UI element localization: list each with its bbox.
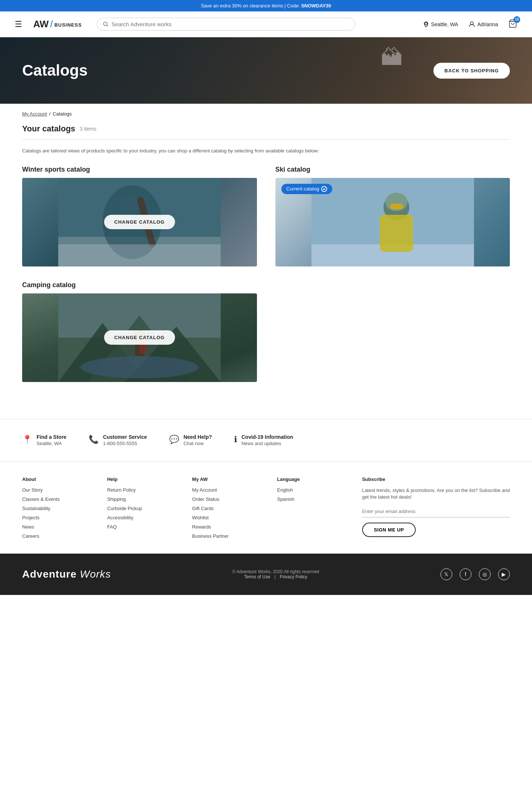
- section-header: Your catalogs 3 items: [22, 124, 510, 134]
- footer-myaw-list: My Account Order Status Gift Cards Wishl…: [192, 487, 266, 539]
- footer-link-gift-cards[interactable]: Gift Cards: [192, 506, 266, 511]
- footer-link-return-policy[interactable]: Return Policy: [107, 487, 181, 493]
- catalog-ski-card[interactable]: Current catalog: [275, 178, 510, 266]
- footer-link-my-account[interactable]: My Account: [192, 487, 266, 493]
- youtube-icon[interactable]: ▶: [498, 568, 510, 580]
- header-right: Seattle, WA Adrianna 10: [423, 19, 517, 30]
- catalog-item-camping: Camping catalog: [22, 281, 257, 382]
- facebook-icon[interactable]: f: [460, 568, 471, 580]
- footer-language-list: English Spanish: [277, 487, 351, 502]
- footer-col-myaw: My AW My Account Order Status Gift Cards…: [192, 476, 266, 543]
- subscribe-description: Latest trends, styles & promotions. Are …: [362, 487, 510, 500]
- cart-button[interactable]: 10: [508, 19, 517, 30]
- footer-find-store[interactable]: 📍 Find a Store Seattle, WA: [22, 434, 66, 447]
- logo[interactable]: AW/BUSINESS: [33, 18, 82, 30]
- footer-links: About Our Story Classes & Events Sustain…: [0, 461, 532, 554]
- change-catalog-camping-button[interactable]: CHANGE CATALOG: [104, 330, 175, 345]
- logo-aw: AW: [33, 18, 49, 30]
- footer-link-curbside[interactable]: Curbside Pickup: [107, 506, 181, 511]
- search-bar[interactable]: [97, 18, 355, 31]
- svg-rect-15: [380, 215, 413, 252]
- logo-business: BUSINESS: [54, 22, 82, 28]
- footer-about-heading: About: [22, 476, 96, 482]
- location-icon: [423, 21, 429, 27]
- footer-help-heading: Help: [107, 476, 181, 482]
- user-icon: [468, 21, 475, 28]
- sign-me-up-button[interactable]: SIGN ME UP: [362, 523, 416, 537]
- phone-icon: 📞: [89, 435, 99, 444]
- email-input[interactable]: [362, 506, 510, 517]
- footer-col-about: About Our Story Classes & Events Sustain…: [22, 476, 96, 543]
- hero-decoration: 🏔: [381, 45, 403, 70]
- customer-service-title: Customer Service: [103, 434, 147, 440]
- menu-icon[interactable]: ☰: [15, 20, 22, 29]
- footer-link-business-partner[interactable]: Business Partner: [192, 533, 266, 539]
- cart-badge: 10: [514, 16, 520, 23]
- find-store-subtitle: Seattle, WA: [37, 441, 62, 446]
- breadcrumb: My Account / Catalogs: [0, 104, 532, 120]
- catalog-camping-title: Camping catalog: [22, 281, 257, 289]
- catalog-camping-overlay: CHANGE CATALOG: [22, 293, 257, 382]
- user-button[interactable]: Adrianna: [468, 21, 498, 28]
- location-pin-icon: 📍: [22, 435, 32, 444]
- check-circle-icon: [321, 186, 327, 192]
- footer-logo: Adventure Works: [22, 568, 111, 580]
- location-button[interactable]: Seattle, WA: [423, 21, 458, 27]
- main-content: Your catalogs 3 items Catalogs are tailo…: [0, 120, 532, 419]
- footer-link-our-story[interactable]: Our Story: [22, 487, 96, 493]
- footer-link-sustainability[interactable]: Sustainability: [22, 506, 96, 511]
- change-catalog-winter-button[interactable]: CHANGE CATALOG: [104, 215, 175, 229]
- terms-of-use-link[interactable]: Terms of Use: [244, 574, 270, 579]
- item-count: 3 items: [80, 126, 96, 132]
- footer-covid[interactable]: ℹ Covid-19 Information News and updates: [234, 434, 293, 447]
- catalog-winter-card[interactable]: CHANGE CATALOG: [22, 178, 257, 266]
- footer-customer-service[interactable]: 📞 Customer Service 1-800-555-5555: [89, 434, 147, 447]
- footer-need-help[interactable]: 💬 Need Help? Chat now: [169, 434, 212, 447]
- footer-link-wishlist[interactable]: Wishlist: [192, 515, 266, 520]
- footer-link-order-status[interactable]: Order Status: [192, 496, 266, 502]
- footer-about-list: Our Story Classes & Events Sustainabilit…: [22, 487, 96, 539]
- breadcrumb-my-account[interactable]: My Account: [22, 111, 47, 117]
- promo-code: SNOWDAY30: [301, 3, 331, 8]
- covid-title: Covid-19 Information: [241, 434, 293, 440]
- footer-bottom: Adventure Works © Adventure Works, 2020 …: [0, 554, 532, 595]
- catalog-description: Catalogs are tailored views of products …: [22, 147, 510, 155]
- back-to-shopping-button[interactable]: BACK TO SHOPPING: [433, 63, 510, 79]
- footer-help-list: Return Policy Shipping Curbside Pickup A…: [107, 487, 181, 530]
- logo-slash: /: [50, 18, 53, 30]
- footer-link-careers[interactable]: Careers: [22, 533, 96, 539]
- footer-link-spanish[interactable]: Spanish: [277, 496, 351, 502]
- find-store-title: Find a Store: [37, 434, 66, 440]
- footer-copyright: © Adventure Works, 2020 All rights reser…: [232, 569, 319, 574]
- twitter-icon[interactable]: 𝕏: [440, 568, 452, 580]
- footer-link-english[interactable]: English: [277, 487, 351, 493]
- chat-icon: 💬: [169, 435, 179, 444]
- section-title-text: Your catalogs: [22, 124, 75, 134]
- catalog-winter-overlay: CHANGE CATALOG: [22, 178, 257, 266]
- breadcrumb-separator: /: [49, 111, 51, 117]
- need-help-title: Need Help?: [183, 434, 212, 440]
- current-catalog-badge: Current catalog: [281, 184, 333, 194]
- catalog-winter-title: Winter sports catalog: [22, 166, 257, 173]
- instagram-icon[interactable]: ◎: [479, 568, 491, 580]
- current-catalog-label: Current catalog: [286, 186, 319, 192]
- covid-subtitle: News and updates: [241, 441, 281, 446]
- footer-link-news[interactable]: News: [22, 524, 96, 530]
- footer-link-faq[interactable]: FAQ: [107, 524, 181, 530]
- catalog-item-ski: Ski catalog Current catalog: [275, 166, 510, 266]
- privacy-policy-link[interactable]: Privacy Policy: [280, 574, 308, 579]
- footer-link-projects[interactable]: Projects: [22, 515, 96, 520]
- footer-link-shipping[interactable]: Shipping: [107, 496, 181, 502]
- footer-col-subscribe: Subscribe Latest trends, styles & promot…: [362, 476, 510, 543]
- footer-link-accessibility[interactable]: Accessibility: [107, 515, 181, 520]
- svg-point-0: [103, 22, 107, 25]
- header: ☰ AW/BUSINESS Seattle, WA Adrianna 10: [0, 11, 532, 37]
- need-help-subtitle: Chat now: [183, 441, 204, 446]
- search-input[interactable]: [111, 21, 349, 27]
- catalog-grid: Winter sports catalog CHANGE CATALOG: [22, 166, 510, 382]
- catalog-item-winter: Winter sports catalog CHANGE CATALOG: [22, 166, 257, 266]
- catalog-camping-card[interactable]: CHANGE CATALOG: [22, 293, 257, 382]
- hero-banner: 🏔 Catalogs BACK TO SHOPPING: [0, 37, 532, 104]
- footer-link-classes[interactable]: Classes & Events: [22, 496, 96, 502]
- footer-link-rewards[interactable]: Rewards: [192, 524, 266, 530]
